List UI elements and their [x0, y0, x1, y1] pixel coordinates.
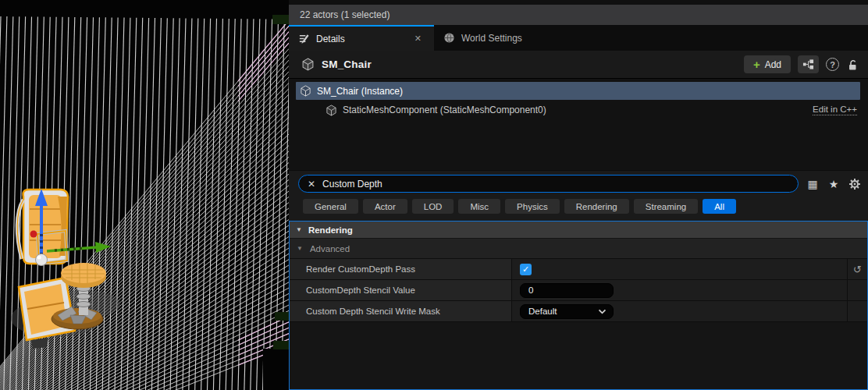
property-label: Custom Depth Stencil Write Mask: [290, 301, 511, 321]
component-label: SM_Chair (Instance): [317, 86, 403, 97]
component-tree: SM_Chair (Instance) StaticMeshComponent …: [289, 78, 868, 170]
close-tab-icon[interactable]: ✕: [411, 32, 425, 45]
details-panel: 22 actors (1 selected) Details ✕ World S…: [289, 0, 868, 390]
globe-icon: [443, 32, 455, 44]
unreal-editor: 22 actors (1 selected) Details ✕ World S…: [0, 0, 868, 390]
unlock-icon[interactable]: [846, 58, 859, 71]
subsection-title: Advanced: [310, 244, 350, 254]
reset-cell: ↺: [848, 259, 867, 279]
foliage-patch-mid: [275, 312, 289, 321]
clear-search-icon[interactable]: ✕: [308, 179, 315, 190]
stencil-value-input[interactable]: [520, 283, 614, 298]
tab-details-label: Details: [316, 34, 345, 44]
actor-count-text: 22 actors (1 selected): [300, 9, 390, 20]
foliage-patch-bottom: [273, 341, 289, 349]
advanced-subsection-header[interactable]: ▼ Advanced: [290, 238, 867, 258]
checkmark-icon: ✓: [522, 265, 529, 274]
favorites-star-icon[interactable]: ★: [827, 178, 841, 190]
cube-icon: [326, 105, 337, 116]
details-header: SM_Chair + Add ?: [289, 51, 868, 78]
display-options-icon[interactable]: ▦: [806, 178, 820, 190]
filter-misc[interactable]: Misc: [458, 199, 500, 214]
property-row-render-customdepth-pass: Render CustomDepth Pass ✓ ↺: [290, 258, 867, 279]
filter-all[interactable]: All: [703, 199, 736, 214]
write-mask-dropdown[interactable]: Default: [520, 304, 614, 319]
tab-bar: Details ✕ World Settings: [289, 25, 868, 51]
add-button-label: Add: [765, 59, 781, 70]
viewport[interactable]: [0, 0, 289, 390]
static-mesh-cube-icon: [301, 58, 315, 71]
filter-rendering[interactable]: Rendering: [564, 199, 629, 214]
rendering-section: ▼ Rendering ▼ Advanced Render CustomDept…: [289, 221, 868, 390]
tab-details[interactable]: Details ✕: [289, 25, 434, 51]
gizmo-x-axis-handle: [30, 231, 37, 238]
dropdown-selected-value: Default: [528, 307, 557, 316]
hierarchy-icon: [802, 58, 814, 70]
reset-to-default-icon[interactable]: ↺: [853, 264, 862, 275]
search-input[interactable]: [322, 179, 798, 190]
gizmo-center-handle[interactable]: [36, 254, 48, 266]
component-row-sm-chair[interactable]: SM_Chair (Instance): [296, 82, 860, 100]
search-box[interactable]: ✕: [298, 175, 799, 193]
tab-world-settings[interactable]: World Settings: [434, 25, 532, 51]
property-value-cell: Default: [512, 301, 848, 321]
search-row: ✕ ▦ ★: [289, 170, 868, 197]
help-icon[interactable]: ?: [826, 58, 839, 71]
section-empty-area: [290, 321, 867, 389]
edit-in-cpp-link[interactable]: Edit in C++: [813, 105, 857, 115]
foliage-patch-top: [272, 15, 289, 24]
actor-count-bar: 22 actors (1 selected): [289, 5, 868, 25]
browse-hierarchy-button[interactable]: [798, 55, 819, 73]
filter-lod[interactable]: LOD: [412, 199, 454, 214]
chevron-down-icon: [598, 309, 607, 314]
component-row-static-mesh[interactable]: StaticMeshComponent (StaticMeshComponent…: [289, 101, 868, 119]
viewport-canvas[interactable]: [0, 0, 289, 390]
grid-corner-cut: [263, 349, 289, 390]
help-glyph: ?: [830, 60, 835, 69]
header-actions: + Add ?: [744, 55, 859, 73]
caret-down-icon: ▼: [297, 245, 303, 252]
property-label: CustomDepth Stencil Value: [290, 280, 511, 300]
category-title: Rendering: [308, 225, 353, 235]
property-value-cell: ✓: [512, 259, 848, 279]
filter-general[interactable]: General: [303, 199, 358, 214]
plus-icon: +: [753, 58, 760, 70]
cube-icon: [300, 85, 311, 97]
filter-streaming[interactable]: Streaming: [634, 199, 698, 214]
property-value-cell: [512, 280, 848, 300]
category-header-rendering[interactable]: ▼ Rendering: [290, 222, 867, 238]
filter-actor[interactable]: Actor: [363, 199, 407, 214]
property-row-customdepth-stencil-value: CustomDepth Stencil Value: [290, 279, 867, 300]
category-filter-row: General Actor LOD Misc Physics Rendering…: [289, 197, 868, 221]
details-pencil-icon: [298, 33, 310, 44]
component-label: StaticMeshComponent (StaticMeshComponent…: [343, 105, 546, 115]
property-label: Render CustomDepth Pass: [290, 259, 511, 279]
render-customdepth-checkbox[interactable]: ✓: [520, 264, 532, 275]
property-row-stencil-write-mask: Custom Depth Stencil Write Mask Default: [290, 300, 867, 321]
reset-cell: [848, 301, 867, 321]
page-title: SM_Chair: [322, 58, 372, 70]
caret-down-icon: ▼: [296, 226, 302, 233]
tab-world-settings-label: World Settings: [461, 33, 522, 44]
add-component-button[interactable]: + Add: [744, 55, 791, 73]
settings-gear-icon[interactable]: [848, 178, 862, 190]
filter-physics[interactable]: Physics: [505, 199, 560, 214]
reset-cell: [848, 280, 867, 300]
